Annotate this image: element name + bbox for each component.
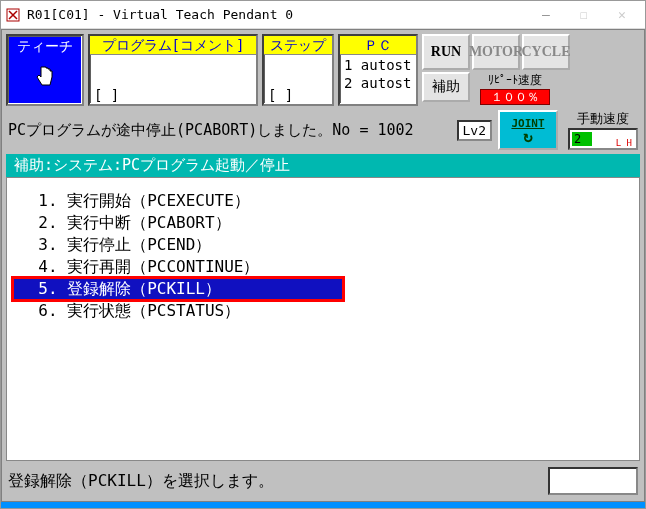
step-head: ステップ (264, 36, 332, 55)
prompt-text: 登録解除（PCKILL）を選択します。 (8, 471, 274, 492)
manual-speed-label: 手動速度 (577, 110, 629, 128)
repeat-speed-label: ﾘﾋﾟｰﾄ速度 (488, 72, 542, 89)
step-body: [ ] (264, 55, 332, 104)
pc-panel[interactable]: ＰＣ 1 autost 2 autost (338, 34, 418, 106)
menu-item-3[interactable]: 3. 実行停止（PCEND） (13, 234, 633, 256)
manual-speed-value: 2 (574, 132, 581, 146)
program-panel[interactable]: プログラム[コメント] [ ] (88, 34, 258, 106)
motor-button[interactable]: MOTOR (472, 34, 520, 70)
status-message: PCプログラムが途中停止(PCABORT)しました。No = 1002 (8, 121, 414, 140)
pc-body: 1 autost 2 autost (340, 55, 416, 104)
step-panel[interactable]: ステップ [ ] (262, 34, 334, 106)
minimize-button[interactable]: — (527, 3, 565, 27)
aux-button[interactable]: 補助 (422, 72, 470, 102)
menu-item-5[interactable]: 5. 登録解除（PCKILL） (13, 278, 343, 300)
program-body: [ ] (90, 55, 256, 104)
repeat-speed: ﾘﾋﾟｰﾄ速度 １００％ (480, 72, 550, 105)
pc-line-2: 2 autost (344, 74, 412, 92)
run-button[interactable]: RUN (422, 34, 470, 70)
window-title: R01[C01] - Virtual Teach Pendant 0 (27, 7, 293, 22)
window-controls: — ☐ ✕ (527, 3, 641, 27)
manual-speed: 手動速度 2 L H (568, 110, 638, 150)
app-icon (5, 7, 21, 23)
menu-item-4[interactable]: 4. 実行再開（PCCONTINUE） (13, 256, 633, 278)
hand-cursor-icon (31, 62, 59, 90)
menu-item-2[interactable]: 2. 実行中断（PCABORT） (13, 212, 633, 234)
maximize-button[interactable]: ☐ (565, 3, 603, 27)
cycle-button[interactable]: CYCLE (522, 34, 570, 70)
status-row: PCプログラムが途中停止(PCABORT)しました。No = 1002 Lv2 … (2, 110, 644, 154)
pc-head: ＰＣ (340, 36, 416, 55)
prompt-input[interactable] (548, 467, 638, 495)
prompt-row: 登録解除（PCKILL）を選択します。 (2, 461, 644, 501)
teach-panel[interactable]: ティーチ (6, 34, 84, 106)
manual-speed-lh: L H (616, 138, 632, 148)
top-panels: ティーチ プログラム[コメント] [ ] ステップ [ ] ＰＣ 1 autos… (2, 30, 644, 110)
menu-item-1[interactable]: 1. 実行開始（PCEXECUTE） (13, 190, 633, 212)
main-area: ティーチ プログラム[コメント] [ ] ステップ [ ] ＰＣ 1 autos… (1, 29, 645, 502)
titlebar: R01[C01] - Virtual Teach Pendant 0 — ☐ ✕ (1, 1, 645, 29)
program-head: プログラム[コメント] (90, 36, 256, 55)
menu-item-6[interactable]: 6. 実行状態（PCSTATUS） (13, 300, 633, 322)
mode-buttons: RUN MOTOR CYCLE (422, 34, 570, 70)
joint-button[interactable]: JOINT ↻ (498, 110, 558, 150)
joint-arrow-icon: ↻ (523, 130, 533, 144)
app-window: R01[C01] - Virtual Teach Pendant 0 — ☐ ✕… (0, 0, 646, 509)
level-box[interactable]: Lv2 (457, 120, 492, 141)
close-button[interactable]: ✕ (603, 3, 641, 27)
manual-speed-box[interactable]: 2 L H (568, 128, 638, 150)
menu-list: 1. 実行開始（PCEXECUTE） 2. 実行中断（PCABORT） 3. 実… (6, 177, 640, 461)
pc-line-1: 1 autost (344, 56, 412, 74)
bottom-accent-bar (1, 502, 645, 508)
menu-title: 補助:システム:PCプログラム起動／停止 (6, 154, 640, 177)
teach-label: ティーチ (17, 38, 73, 56)
repeat-speed-value[interactable]: １００％ (480, 89, 550, 105)
